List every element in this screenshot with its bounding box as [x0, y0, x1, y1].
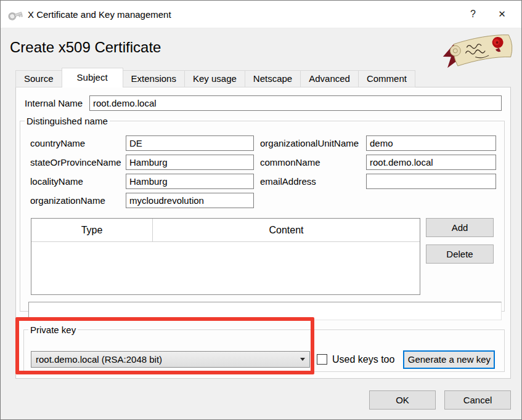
window-title: X Certificate and Key management — [28, 9, 171, 20]
private-key-selected-value: root.demo.local (RSA:2048 bit) — [36, 354, 296, 365]
email-address-input[interactable] — [366, 174, 496, 189]
locality-label: localityName — [30, 176, 126, 187]
state-label: stateOrProvinceName — [30, 157, 126, 168]
locality-field: localityName — [30, 174, 254, 189]
used-keys-too-checkbox[interactable] — [317, 354, 327, 365]
distinguished-name-grid: countryName stateOrProvinceName locality… — [30, 135, 493, 208]
tab-advanced[interactable]: Advanced — [301, 70, 359, 87]
organizational-unit-label: organizationalUnitName — [260, 138, 366, 148]
private-key-legend: Private key — [28, 325, 78, 335]
ok-button[interactable]: OK — [369, 390, 436, 410]
private-key-row: root.demo.local (RSA:2048 bit) Used keys… — [31, 350, 499, 369]
tab-subject[interactable]: Subject — [62, 68, 123, 87]
state-input[interactable] — [126, 155, 254, 170]
tab-netscape[interactable]: Netscape — [245, 70, 301, 87]
delete-button[interactable]: Delete — [426, 244, 494, 264]
organization-input[interactable] — [126, 193, 254, 208]
private-key-select[interactable]: root.demo.local (RSA:2048 bit) — [31, 351, 310, 368]
organizational-unit-field: organizationalUnitName — [260, 135, 496, 151]
internal-name-input[interactable] — [89, 95, 502, 111]
distinguished-name-legend: Distinguished name — [25, 116, 110, 126]
country-name-input[interactable] — [126, 135, 254, 151]
dn-table-header-content: Content — [153, 219, 420, 241]
tabbar: Source Subject Extensions Key usage Nets… — [15, 68, 415, 87]
internal-name-label: Internal Name — [25, 98, 89, 108]
country-name-label: countryName — [30, 138, 126, 148]
dn-table-buttons: Add Delete — [426, 218, 494, 264]
key-icon — [7, 7, 24, 22]
dn-table-header: Type Content — [31, 219, 420, 242]
dn-entries-section: Type Content Add Delete — [31, 218, 502, 295]
close-button[interactable]: ✕ — [487, 1, 516, 28]
common-name-label: commonName — [260, 157, 366, 168]
tab-comment[interactable]: Comment — [359, 70, 415, 87]
email-address-label: emailAddress — [260, 176, 366, 187]
common-name-input[interactable] — [366, 155, 496, 170]
locality-input[interactable] — [126, 174, 254, 189]
page-title: Create x509 Certificate — [10, 39, 161, 56]
organizational-unit-input[interactable] — [366, 135, 496, 151]
chevron-down-icon — [300, 358, 305, 361]
dialog-window: X Certificate and Key management ? ✕ Cre… — [0, 0, 522, 420]
dn-table-header-type: Type — [31, 219, 153, 241]
tab-extensions[interactable]: Extensions — [123, 70, 185, 87]
used-keys-too-label: Used keys too — [332, 354, 394, 365]
help-button[interactable]: ? — [459, 1, 487, 28]
common-name-field: commonName — [260, 155, 496, 170]
internal-name-row: Internal Name — [25, 95, 502, 111]
dn-entry-edit-box — [28, 302, 502, 320]
tab-key-usage[interactable]: Key usage — [185, 70, 245, 87]
state-field: stateOrProvinceName — [30, 155, 254, 170]
generate-new-key-button[interactable]: Generate a new key — [403, 350, 495, 369]
country-name-field: countryName — [30, 135, 254, 151]
add-button[interactable]: Add — [426, 218, 494, 237]
distinguished-name-groupbox: Distinguished name countryName stateOrPr… — [20, 116, 505, 312]
email-address-field: emailAddress — [260, 174, 496, 189]
xca-banner-rose-logo-icon — [436, 31, 520, 72]
organization-label: organizationName — [30, 195, 126, 206]
private-key-groupbox: Private key root.demo.local (RSA:2048 bi… — [23, 325, 505, 372]
tab-source[interactable]: Source — [15, 70, 62, 87]
titlebar: X Certificate and Key management ? ✕ — [1, 1, 521, 28]
organization-field: organizationName — [30, 193, 254, 208]
dn-entries-table[interactable]: Type Content — [31, 218, 420, 295]
subject-tab-pane: Internal Name Distinguished name country… — [15, 87, 511, 379]
dn-table-body[interactable] — [31, 242, 420, 294]
cancel-button[interactable]: Cancel — [444, 390, 511, 410]
